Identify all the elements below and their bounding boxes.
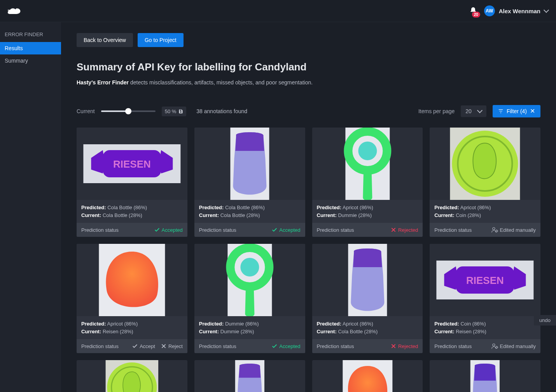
predicted-label: Predicted: bbox=[199, 205, 224, 210]
current-value: Reisen (28%) bbox=[103, 329, 133, 334]
notification-count-badge: 20 bbox=[472, 12, 480, 18]
clear-filter-icon[interactable]: ✕ bbox=[530, 108, 535, 114]
logo[interactable] bbox=[8, 6, 22, 16]
svg-rect-19 bbox=[9, 11, 11, 12]
result-thumbnail bbox=[430, 244, 540, 316]
predicted-value: Coin (86%) bbox=[460, 321, 486, 327]
result-card[interactable]: Predicted: Apricot (86%) Current: Cola B… bbox=[312, 244, 423, 353]
result-thumbnail bbox=[77, 128, 187, 200]
sidebar-section-title: ERROR FINDER bbox=[0, 29, 61, 42]
result-card[interactable]: Predicted: Cola Bottle (86%) Current: Co… bbox=[77, 128, 187, 237]
result-thumbnail bbox=[430, 360, 540, 392]
svg-point-22 bbox=[496, 230, 498, 232]
svg-point-23 bbox=[493, 344, 495, 346]
filter-button[interactable]: Filter (4) ✕ bbox=[493, 105, 540, 117]
result-card[interactable]: Predicted: Cola Bottle (86%) Current: Co… bbox=[194, 128, 305, 237]
result-thumbnail bbox=[194, 244, 305, 316]
current-threshold-label: Current bbox=[77, 108, 95, 114]
status-accepted: Accepted bbox=[154, 227, 183, 233]
svg-rect-20 bbox=[8, 12, 10, 13]
status-rejected: Rejected bbox=[390, 343, 418, 349]
predicted-value: Dummie (86%) bbox=[225, 321, 259, 327]
chevron-down-icon bbox=[544, 7, 549, 13]
current-label: Current: bbox=[434, 212, 454, 218]
result-card[interactable]: Predicted: Coin (86%) Current: Reisen (2… bbox=[430, 244, 540, 353]
status-edited-manually: Edited manually bbox=[491, 227, 536, 233]
page-subtitle: Hasty's Error Finder detects misclassifi… bbox=[77, 79, 540, 86]
result-card[interactable] bbox=[430, 360, 540, 392]
threshold-value-box: 50 % bbox=[162, 107, 187, 116]
result-thumbnail bbox=[430, 128, 540, 200]
predicted-label: Predicted: bbox=[434, 205, 459, 210]
current-label: Current: bbox=[434, 329, 454, 334]
result-card[interactable] bbox=[194, 360, 305, 392]
app-header: 20 AW Alex Wennman bbox=[0, 0, 556, 22]
status-rejected: Rejected bbox=[390, 227, 418, 233]
prediction-status-label: Prediction status bbox=[317, 343, 354, 349]
accept-button[interactable]: Accept bbox=[132, 343, 155, 349]
filter-icon bbox=[498, 108, 504, 114]
items-per-page-select[interactable]: 20 bbox=[461, 105, 486, 117]
predicted-label: Predicted: bbox=[81, 205, 106, 210]
result-card[interactable] bbox=[312, 360, 423, 392]
predicted-value: Apricot (86%) bbox=[460, 205, 491, 210]
chevron-down-icon bbox=[477, 108, 483, 113]
current-value: Reisen (28%) bbox=[456, 329, 486, 334]
go-to-project-button[interactable]: Go to Project bbox=[138, 33, 184, 47]
current-label: Current: bbox=[199, 212, 219, 218]
back-to-overview-button[interactable]: Back to Overview bbox=[77, 33, 133, 47]
current-value: Dummie (28%) bbox=[220, 329, 254, 334]
prediction-status-label: Prediction status bbox=[434, 343, 472, 349]
user-menu[interactable]: AW Alex Wennman bbox=[484, 5, 548, 16]
status-edited-manually: Edited manually bbox=[491, 343, 536, 349]
sidebar: ERROR FINDER Results Summary bbox=[0, 22, 61, 392]
predicted-value: Apricot (86%) bbox=[107, 321, 138, 327]
current-value: Dummie (28%) bbox=[338, 212, 372, 218]
sidebar-item-summary[interactable]: Summary bbox=[0, 54, 61, 67]
current-label: Current: bbox=[81, 212, 101, 218]
result-card[interactable]: Predicted: Apricot (86%) Current: Coin (… bbox=[430, 128, 540, 237]
prediction-status-label: Prediction status bbox=[81, 343, 119, 349]
status-accepted: Accepted bbox=[271, 227, 300, 233]
undo-button[interactable]: undo bbox=[534, 315, 556, 326]
predicted-label: Predicted: bbox=[317, 321, 342, 327]
reject-button[interactable]: Reject bbox=[161, 343, 183, 349]
predicted-value: Apricot (86%) bbox=[343, 205, 373, 210]
predicted-label: Predicted: bbox=[434, 321, 459, 327]
result-thumbnail bbox=[77, 244, 187, 316]
current-label: Current: bbox=[199, 329, 219, 334]
predicted-value: Cola Bottle (86%) bbox=[225, 205, 265, 210]
avatar: AW bbox=[484, 5, 495, 16]
predicted-value: Cola Bottle (86%) bbox=[107, 205, 147, 210]
save-icon[interactable] bbox=[178, 109, 183, 114]
prediction-status-label: Prediction status bbox=[434, 227, 472, 233]
current-value: Coin (28%) bbox=[456, 212, 481, 218]
results-grid-overflow bbox=[77, 360, 540, 392]
prediction-status-label: Prediction status bbox=[317, 227, 354, 233]
result-card[interactable]: Predicted: Apricot (86%) Current: Reisen… bbox=[77, 244, 187, 353]
current-value: Cola Bottle (28%) bbox=[103, 212, 142, 218]
current-value: Cola Bottle (28%) bbox=[338, 329, 378, 334]
status-accepted: Accepted bbox=[271, 343, 300, 349]
result-thumbnail bbox=[194, 128, 305, 200]
threshold-value: 50 % bbox=[165, 108, 177, 114]
notifications-button[interactable]: 20 bbox=[469, 7, 477, 15]
svg-rect-18 bbox=[8, 10, 10, 10]
sidebar-item-results[interactable]: Results bbox=[0, 42, 61, 54]
prediction-status-label: Prediction status bbox=[199, 227, 236, 233]
annotations-count: 38 annotations found bbox=[196, 108, 247, 114]
prediction-status-label: Prediction status bbox=[81, 227, 119, 233]
current-label: Current: bbox=[317, 212, 337, 218]
svg-point-24 bbox=[496, 346, 498, 348]
threshold-slider[interactable] bbox=[101, 110, 156, 112]
result-card[interactable] bbox=[77, 360, 187, 392]
result-card[interactable]: Predicted: Dummie (86%) Current: Dummie … bbox=[194, 244, 305, 353]
predicted-label: Predicted: bbox=[81, 321, 106, 327]
user-name: Alex Wennman bbox=[499, 8, 540, 14]
result-card[interactable]: Predicted: Apricot (86%) Current: Dummie… bbox=[312, 128, 423, 237]
predicted-label: Predicted: bbox=[199, 321, 224, 327]
page-title: Summary of API Key for labelling for Can… bbox=[77, 61, 540, 73]
result-thumbnail bbox=[312, 360, 423, 392]
current-label: Current: bbox=[81, 329, 101, 334]
items-per-page-label: Items per page bbox=[418, 108, 455, 114]
